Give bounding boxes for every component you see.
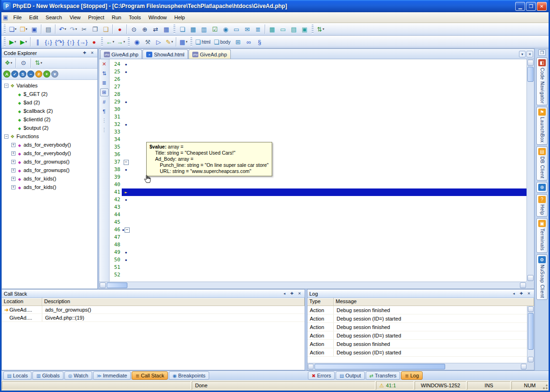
column-header-message[interactable]: Message <box>334 298 534 306</box>
new-file-button[interactable]: ❏ ▾ <box>8 24 18 34</box>
log-row[interactable]: Action Debug session (ID=) started <box>307 331 527 340</box>
explorer-sync-button[interactable]: ⇅ ▾ <box>33 58 44 68</box>
paste-button[interactable]: ❑ <box>101 24 111 34</box>
line-marker-icon[interactable] <box>122 181 130 188</box>
code-line[interactable]: 44 <box>110 211 526 219</box>
log-row[interactable]: Action Debug session finished <box>307 340 527 348</box>
run-in-browser-button[interactable]: ▶ ▾ <box>18 37 29 47</box>
line-marker-icon[interactable] <box>122 106 130 113</box>
dock-restore-button[interactable]: ❐ <box>538 49 546 56</box>
menu-help[interactable]: Help <box>171 13 189 22</box>
code-line[interactable]: 47 $value = array('Ad' => array ('Title'… <box>110 234 526 241</box>
back-button[interactable]: ← ▾ <box>105 37 115 47</box>
line-marker-icon[interactable] <box>122 204 130 211</box>
toolbar-grip[interactable] <box>173 24 175 34</box>
line-marker-icon[interactable] <box>122 196 130 204</box>
scrollbar-thumb[interactable] <box>314 364 445 369</box>
log-vertical-scrollbar[interactable] <box>527 306 534 363</box>
html-tag-button[interactable]: ❏ html <box>194 37 212 47</box>
code-line[interactable]: 31 // send it back to the caller <box>110 113 526 121</box>
forward-button[interactable]: → ▾ <box>116 37 126 47</box>
panel-pin-button[interactable]: ✚ <box>518 290 525 297</box>
log-row[interactable]: Action Debug session (ID=) started <box>307 348 527 357</box>
line-marker-icon[interactable] <box>122 61 130 68</box>
toolbar-separator[interactable] <box>126 24 128 34</box>
code-line[interactable]: 46 function ads_for_kids() { <box>110 226 526 234</box>
insert-table-button[interactable]: ▦ <box>188 24 198 34</box>
tab-globals[interactable]: ▥ Globals <box>32 371 63 380</box>
scope-button[interactable]: S <box>19 71 26 78</box>
tree-item[interactable]: ads_for_kids() <box>2 183 97 191</box>
tree-expander-icon[interactable] <box>11 177 16 181</box>
line-marker-icon[interactable] <box>122 76 130 83</box>
code-line[interactable]: 28 //encode output in JSON <box>110 91 526 98</box>
insert-frame-button[interactable]: ▦ <box>267 24 277 34</box>
step-into-button[interactable]: {↓} <box>43 37 54 47</box>
scroll-up-button[interactable] <box>527 60 534 66</box>
run-to-cursor-button[interactable]: {→} <box>77 37 89 47</box>
code-line[interactable]: 50 } <box>110 256 526 264</box>
line-marker-icon[interactable] <box>122 68 130 76</box>
line-marker-icon[interactable] <box>122 241 130 249</box>
scroll-right-button[interactable] <box>520 282 526 288</box>
rail-list-button[interactable]: ≣ <box>100 79 109 87</box>
insert-page-button[interactable]: ❏ <box>177 24 188 34</box>
tab-log[interactable]: ≣ Log <box>401 371 423 380</box>
toolbar-separator[interactable] <box>264 24 267 34</box>
line-marker-icon[interactable] <box>122 143 130 151</box>
menu-run[interactable]: Run <box>108 13 125 22</box>
panel-close-button[interactable]: ✕ <box>89 50 95 56</box>
rail-close-button[interactable]: ✕ <box>100 60 109 68</box>
code-line[interactable]: 48 'Ad_Body' => array ('Punch_line'=> 'O… <box>110 241 526 249</box>
pause-button[interactable]: ∥ <box>32 37 43 47</box>
line-marker-icon[interactable] <box>122 128 130 136</box>
tree-expander-icon[interactable] <box>11 160 16 164</box>
tab-transfers[interactable]: ⇄ Transfers <box>366 371 400 380</box>
editor-tab-givead-php-1[interactable]: php GiveAd.php <box>100 49 142 59</box>
tree-item[interactable]: $_GET (2) <box>2 90 97 98</box>
tree-expander-icon[interactable] <box>4 134 8 139</box>
anchor-button[interactable]: § <box>254 37 265 47</box>
tree-item[interactable]: $callback (2) <box>2 107 97 115</box>
publish-button[interactable]: ⇅ ▾ <box>315 24 326 34</box>
dock-tab-terminals[interactable]: ▣ Terminals <box>536 218 548 252</box>
tree-item[interactable]: ads_for_everybody() <box>2 149 97 157</box>
line-marker-icon[interactable] <box>122 226 130 234</box>
column-header-location[interactable]: Location <box>2 298 42 306</box>
tree-item[interactable]: Functions <box>2 132 97 141</box>
restore-button[interactable]: ❐ <box>526 2 536 11</box>
code-line[interactable]: 29 $output = json_encode($ad); <box>110 98 526 106</box>
scrollbar-thumb[interactable] <box>528 313 534 350</box>
run-button[interactable]: ▶ ▾ <box>8 37 18 47</box>
code-line[interactable]: 52 //For now return grownups ad for ever… <box>110 271 526 279</box>
insert-list-button[interactable]: ≣ <box>253 24 263 34</box>
tree-expander-icon[interactable] <box>11 101 16 105</box>
tree-item[interactable]: $clientId (2) <box>2 115 97 124</box>
code-line[interactable]: 27 <box>110 83 526 91</box>
editor-tab-givead-php-2[interactable]: php GiveAd.php <box>189 49 230 59</box>
copy-html-button[interactable]: ⊞ <box>233 37 243 47</box>
tree-expander-icon[interactable] <box>11 109 16 113</box>
line-marker-icon[interactable] <box>122 166 130 173</box>
print-button[interactable]: ▤ <box>43 24 54 34</box>
record-macro-button[interactable]: ● <box>115 24 125 34</box>
code-line[interactable]: 41 return $value; <box>110 188 526 196</box>
code-line[interactable]: 32 print ($callback."(".$output.");"); <box>110 121 526 128</box>
scroll-up-button[interactable] <box>528 306 534 312</box>
sql-button[interactable]: ▦ ▾ <box>178 37 189 47</box>
tree-expander-icon[interactable] <box>11 92 16 96</box>
menu-window[interactable]: Window <box>145 13 171 22</box>
code-line[interactable]: 45 //Kids love Candy (at least we would … <box>110 219 526 226</box>
line-marker-icon[interactable] <box>122 188 130 196</box>
line-marker-icon[interactable] <box>122 98 130 106</box>
insert-image-button[interactable]: ▣ <box>299 24 310 34</box>
tab-close-button[interactable]: ✕ <box>526 51 533 57</box>
log-row[interactable]: Action Debug session finished <box>307 323 527 331</box>
line-marker-icon[interactable] <box>122 113 130 121</box>
run-script-button[interactable]: ▷ <box>153 37 164 47</box>
open-file-button[interactable]: ❒ ▾ <box>18 24 29 34</box>
explorer-find-button[interactable]: ⊙ <box>18 58 29 68</box>
tab-call-stack[interactable]: ≣ Call Stack <box>132 371 168 380</box>
insert-radio-button[interactable]: ◉ <box>220 24 231 34</box>
redo-button[interactable]: ↷ ▾ <box>68 24 79 34</box>
